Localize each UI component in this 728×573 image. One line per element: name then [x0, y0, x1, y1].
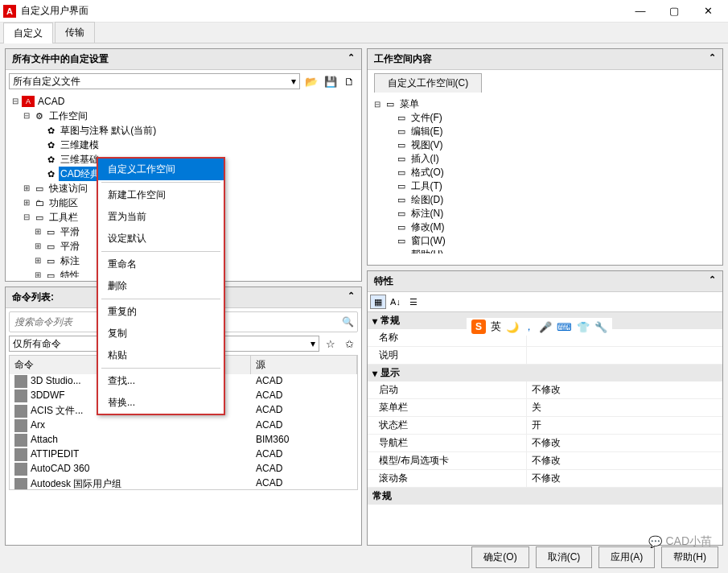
app-icon: A	[3, 5, 16, 18]
search-icon[interactable]: 🔍	[342, 316, 354, 328]
new-icon[interactable]: 🗋	[342, 73, 358, 89]
custom-file-dropdown[interactable]: 所有自定义文件 ▾	[9, 73, 300, 89]
app-icon: A	[22, 96, 35, 107]
folder-icon: 🗀	[33, 197, 46, 208]
properties-title: 特性	[374, 274, 393, 288]
ctx-customize-workspace[interactable]: 自定义工作空间	[98, 159, 224, 180]
workspace-content-title: 工作空间内容	[374, 52, 432, 66]
wrench-icon[interactable]: 🔧	[594, 321, 607, 333]
collapse-icon[interactable]: ⌃	[709, 52, 716, 66]
star-icon[interactable]: ☆	[323, 336, 339, 352]
ctx-paste[interactable]: 粘贴	[98, 344, 224, 366]
command-list-title: 命令列表:	[12, 291, 54, 304]
ok-button[interactable]: 确定(O)	[471, 546, 529, 568]
menu-tree[interactable]: ⊟▭菜单 ▭文件(F)▭编辑(E)▭视图(V)▭插入(I)▭格式(O)▭工具(T…	[368, 93, 723, 254]
menu-item[interactable]: ▭编辑(E)	[372, 125, 718, 138]
maximize-button[interactable]: ▢	[657, 0, 691, 23]
menu-item[interactable]: ▭文件(F)	[372, 111, 718, 125]
titlebar: A 自定义用户界面 ― ▢ ✕	[0, 0, 728, 23]
menu-item[interactable]: ▭工具(T)	[372, 179, 718, 193]
close-button[interactable]: ✕	[691, 0, 725, 23]
tab-transfer[interactable]: 传输	[55, 22, 95, 43]
minimize-button[interactable]: ―	[623, 0, 657, 23]
menu-item[interactable]: ▭标注(N)	[372, 207, 718, 221]
section-display[interactable]: ▾显示	[368, 365, 723, 381]
menu-item[interactable]: ▭窗口(W)	[372, 234, 718, 248]
menu-item[interactable]: ▭帮助(H)	[372, 248, 718, 254]
chevron-down-icon: ▾	[311, 338, 315, 349]
custom-files-title: 所有文件中的自定设置	[12, 52, 109, 66]
person-icon[interactable]: 👕	[577, 321, 590, 333]
custom-files-header[interactable]: 所有文件中的自定设置 ⌃	[6, 49, 361, 70]
toolbar-icon: ▭	[33, 212, 46, 223]
table-row[interactable]: AttachBIM360	[10, 433, 357, 447]
ctx-set-current[interactable]: 置为当前	[98, 206, 224, 228]
table-row[interactable]: AutoCAD 360ACAD	[10, 462, 357, 476]
categorized-icon[interactable]: ▦	[370, 295, 386, 309]
alphabetical-icon[interactable]: A↓	[388, 295, 404, 309]
gear-icon: ✿	[44, 168, 57, 179]
sogou-icon[interactable]: S	[471, 319, 486, 334]
menu-item[interactable]: ▭绘图(D)	[372, 193, 718, 207]
context-menu: 自定义工作空间 新建工作空间 置为当前 设定默认 重命名 删除 重复的 复制 粘…	[97, 157, 225, 415]
mic-icon[interactable]: 🎤	[539, 321, 552, 333]
main-tabs: 自定义 传输	[0, 23, 728, 43]
ctx-duplicate[interactable]: 重复的	[98, 301, 224, 323]
ctx-replace[interactable]: 替换...	[98, 392, 224, 414]
workspace-tab[interactable]: 自定义工作空间(C)	[374, 73, 483, 93]
apply-button[interactable]: 应用(A)	[598, 546, 655, 568]
tab-customize[interactable]: 自定义	[3, 23, 53, 43]
watermark: 💬 CAD小苗	[648, 534, 712, 549]
menu-item[interactable]: ▭修改(M)	[372, 221, 718, 234]
ctx-set-default[interactable]: 设定默认	[98, 228, 224, 249]
ime-toolbar[interactable]: S 英 🌙 ， 🎤 ⌨ 👕 🔧	[467, 318, 612, 336]
menu-item[interactable]: ▭格式(O)	[372, 166, 718, 179]
collapse-icon[interactable]: ⌃	[348, 52, 355, 66]
keyboard-icon[interactable]: ⌨	[557, 321, 572, 333]
properties-header[interactable]: 特性 ⌃	[368, 271, 723, 292]
menu-icon: ▭	[384, 99, 397, 110]
prop-value[interactable]: 不修改	[527, 452, 722, 469]
prop-value[interactable]: 不修改	[527, 381, 722, 398]
chevron-down-icon: ▾	[291, 76, 296, 87]
col-source[interactable]: 源	[251, 356, 357, 374]
collapse-icon[interactable]: ⌃	[348, 291, 355, 304]
moon-icon[interactable]: 🌙	[506, 321, 519, 333]
tree-icon[interactable]: ☰	[405, 295, 422, 309]
selected-workspace[interactable]: CAD经典	[59, 167, 101, 181]
ctx-copy[interactable]: 复制	[98, 323, 224, 344]
table-row[interactable]: ATTIPEDITACAD	[10, 447, 357, 462]
toolbar-icon: ▭	[33, 183, 46, 194]
cancel-button[interactable]: 取消(C)	[536, 546, 593, 568]
prop-value[interactable]: 开	[527, 417, 722, 434]
ctx-new-workspace[interactable]: 新建工作空间	[98, 184, 224, 206]
ctx-delete[interactable]: 删除	[98, 275, 224, 297]
gear-icon: ✿	[44, 139, 57, 150]
prop-value[interactable]: 关	[527, 399, 722, 416]
chevron-down-icon: ▾	[372, 315, 377, 327]
window-title: 自定义用户界面	[21, 4, 623, 18]
open-icon[interactable]: 📂	[303, 73, 319, 89]
ctx-find[interactable]: 查找...	[98, 370, 224, 392]
table-row[interactable]: Autodesk 国际用户组ACAD	[10, 476, 357, 490]
prop-value[interactable]: 不修改	[527, 470, 722, 487]
menu-item[interactable]: ▭插入(I)	[372, 152, 718, 166]
workspace-content-header[interactable]: 工作空间内容 ⌃	[368, 49, 723, 70]
prop-value[interactable]: 不修改	[527, 435, 722, 451]
menu-item[interactable]: ▭视图(V)	[372, 138, 718, 152]
gear-icon: ✿	[44, 125, 57, 136]
section-general2[interactable]: 常规	[368, 488, 723, 505]
gear-icon: ✿	[44, 154, 57, 165]
chevron-down-icon: ▾	[372, 368, 377, 379]
save-icon[interactable]: 💾	[323, 73, 339, 89]
table-row[interactable]: ArxACAD	[10, 418, 357, 433]
wechat-icon: 💬	[648, 535, 662, 548]
desc-field[interactable]	[527, 347, 722, 364]
ctx-rename[interactable]: 重命名	[98, 254, 224, 275]
collapse-icon[interactable]: ⌃	[709, 274, 716, 288]
gear-icon: ⚙	[33, 110, 46, 122]
help-button[interactable]: 帮助(H)	[661, 546, 718, 568]
star-new-icon[interactable]: ✩	[342, 336, 358, 352]
